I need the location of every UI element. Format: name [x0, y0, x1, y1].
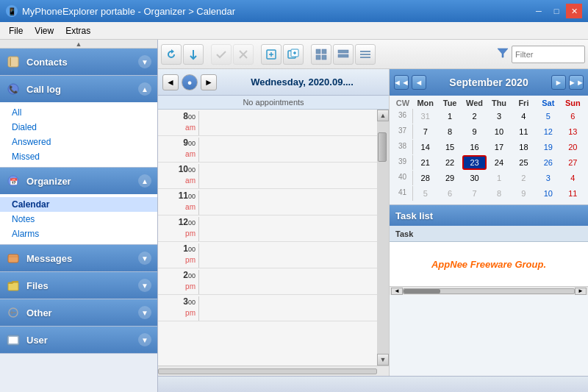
- calllog-all[interactable]: All: [0, 105, 157, 120]
- sidebar-header-other[interactable]: Other ▼: [0, 299, 157, 326]
- menu-view[interactable]: View: [29, 24, 60, 38]
- day-25-sep[interactable]: 25: [512, 155, 536, 170]
- day-9-oct[interactable]: 9: [512, 186, 536, 201]
- day-27-sep[interactable]: 27: [561, 155, 585, 170]
- refresh-button[interactable]: [161, 44, 182, 65]
- day-vscroll[interactable]: ▲ ▼: [377, 110, 389, 366]
- day-5-sep[interactable]: 5: [536, 109, 560, 124]
- organizer-calendar[interactable]: Calendar: [0, 197, 157, 212]
- day-hscroll[interactable]: [158, 366, 389, 376]
- day-6-oct[interactable]: 6: [437, 186, 462, 201]
- day-4-sep[interactable]: 4: [512, 109, 536, 124]
- organizer-alarms[interactable]: Alarms: [0, 227, 157, 241]
- day-18-sep[interactable]: 18: [512, 140, 536, 154]
- day-30-sep[interactable]: 30: [462, 171, 487, 185]
- day-8-oct[interactable]: 8: [487, 186, 511, 201]
- day-6-sep[interactable]: 6: [561, 109, 585, 124]
- task-scroll-left[interactable]: ◄: [391, 288, 403, 295]
- sidebar-header-organizer[interactable]: 📅 Organizer ▲: [0, 168, 157, 194]
- day-24-sep[interactable]: 24: [487, 155, 511, 170]
- day-31-aug[interactable]: 31: [413, 109, 437, 124]
- day-12-sep[interactable]: 12: [536, 124, 560, 139]
- day-1-sep[interactable]: 1: [437, 109, 462, 124]
- sidebar-header-contacts[interactable]: Contacts ▼: [0, 49, 157, 75]
- day-20-sep[interactable]: 20: [561, 140, 585, 154]
- sidebar-header-calllog[interactable]: 📞 Call log ▲: [0, 76, 157, 102]
- maximize-button[interactable]: □: [548, 4, 564, 18]
- time-slot-8[interactable]: [198, 111, 377, 135]
- time-slot-9[interactable]: [198, 138, 377, 162]
- day-8-sep[interactable]: 8: [437, 124, 462, 139]
- filter-input[interactable]: [512, 46, 585, 63]
- task-scroll-thumb[interactable]: [404, 289, 440, 293]
- vscroll-up-btn[interactable]: ▲: [377, 110, 389, 121]
- sync-button[interactable]: [183, 44, 204, 65]
- vscroll-thumb[interactable]: [378, 132, 387, 162]
- organizer-notes[interactable]: Notes: [0, 212, 157, 227]
- minimize-button[interactable]: ─: [531, 4, 547, 18]
- sidebar-header-user[interactable]: User ▼: [0, 327, 157, 353]
- contacts-collapse-btn[interactable]: ▼: [138, 55, 151, 68]
- task-scroll-right[interactable]: ►: [575, 288, 587, 295]
- close-button[interactable]: ✕: [566, 4, 582, 18]
- view1-button[interactable]: [311, 44, 331, 65]
- time-slot-10[interactable]: [198, 164, 377, 188]
- day-11-oct[interactable]: 11: [561, 186, 585, 201]
- time-slot-1pm[interactable]: [198, 243, 377, 268]
- calllog-answered[interactable]: Answered: [0, 135, 157, 149]
- day-29-sep[interactable]: 29: [437, 171, 462, 185]
- day-9-sep[interactable]: 9: [462, 124, 487, 139]
- day-7-oct[interactable]: 7: [462, 186, 487, 201]
- vscroll-down-btn[interactable]: ▼: [377, 354, 389, 366]
- day-10-sep[interactable]: 10: [487, 124, 511, 139]
- sidebar-header-files[interactable]: Files ▼: [0, 272, 157, 299]
- menu-extras[interactable]: Extras: [60, 24, 96, 38]
- day-prev-btn[interactable]: ◄: [162, 74, 179, 90]
- menu-file[interactable]: File: [3, 24, 29, 38]
- day-15-sep[interactable]: 15: [437, 140, 462, 154]
- day-3-oct[interactable]: 3: [536, 171, 560, 185]
- view3-button[interactable]: [355, 44, 376, 65]
- task-scrollbar[interactable]: ◄ ►: [390, 286, 588, 295]
- sidebar-scroll-up[interactable]: ▲: [0, 40, 157, 49]
- day-next-btn[interactable]: ►: [201, 74, 217, 90]
- day-4-oct[interactable]: 4: [561, 171, 585, 185]
- view2-button[interactable]: [333, 44, 354, 65]
- day-11-sep[interactable]: 11: [512, 124, 536, 139]
- time-slot-12[interactable]: [198, 217, 377, 241]
- month-prev-prev-btn[interactable]: ◄◄: [394, 75, 409, 90]
- day-16-sep[interactable]: 16: [462, 140, 487, 154]
- time-slot-2pm[interactable]: [198, 270, 377, 294]
- day-14-sep[interactable]: 14: [413, 140, 437, 154]
- messages-collapse-btn[interactable]: ▼: [138, 252, 151, 265]
- day-22-sep[interactable]: 22: [437, 155, 462, 170]
- calllog-collapse-btn[interactable]: ▲: [138, 82, 151, 96]
- time-slot-11[interactable]: [198, 190, 377, 215]
- day-17-sep[interactable]: 17: [487, 140, 511, 154]
- day-19-sep[interactable]: 19: [536, 140, 560, 154]
- files-collapse-btn[interactable]: ▼: [138, 279, 151, 292]
- user-collapse-btn[interactable]: ▼: [138, 333, 151, 346]
- day-5-oct[interactable]: 5: [413, 186, 437, 201]
- sidebar-header-messages[interactable]: Messages ▼: [0, 245, 157, 271]
- day-10-oct[interactable]: 10: [536, 186, 560, 201]
- month-next-next-btn[interactable]: ►►: [569, 75, 584, 90]
- new-button[interactable]: [261, 44, 282, 65]
- month-next-btn[interactable]: ►: [551, 75, 566, 90]
- day-26-sep[interactable]: 26: [536, 155, 560, 170]
- day-today-btn[interactable]: ●: [182, 74, 198, 90]
- day-7-sep[interactable]: 7: [413, 124, 437, 139]
- day-21-sep[interactable]: 21: [413, 155, 437, 170]
- other-collapse-btn[interactable]: ▼: [138, 306, 151, 319]
- day-2-sep[interactable]: 2: [462, 109, 487, 124]
- day-23-sep-today[interactable]: 23: [462, 155, 487, 170]
- day-13-sep[interactable]: 13: [561, 124, 585, 139]
- organizer-collapse-btn[interactable]: ▲: [138, 174, 151, 188]
- calllog-missed[interactable]: Missed: [0, 149, 157, 164]
- new-multi-button[interactable]: [283, 44, 304, 65]
- day-1-oct[interactable]: 1: [487, 171, 511, 185]
- day-3-sep[interactable]: 3: [487, 109, 511, 124]
- day-28-sep[interactable]: 28: [413, 171, 437, 185]
- month-prev-btn[interactable]: ◄: [412, 75, 426, 90]
- time-slot-3pm[interactable]: [198, 296, 377, 321]
